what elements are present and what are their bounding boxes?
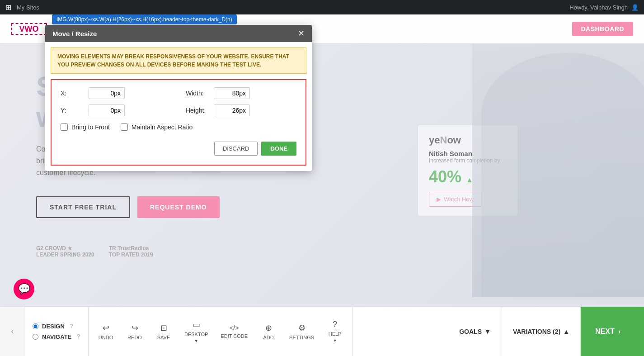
save-icon: ⊡ bbox=[160, 323, 167, 333]
settings-label: SETTINGS bbox=[289, 335, 314, 340]
toolbar-right: GOALS ▼ VARIATIONS (2) ▲ NEXT › bbox=[448, 307, 644, 356]
desktop-dropdown-icon: ▼ bbox=[194, 339, 198, 343]
modal-warning: MOVING ELEMENTS MAY BREAK RESPONSIVENESS… bbox=[51, 47, 306, 74]
settings-icon: ⚙ bbox=[298, 323, 306, 333]
redo-icon: ↪ bbox=[132, 323, 138, 333]
done-button[interactable]: DONE bbox=[261, 142, 296, 156]
help-button[interactable]: ? HELP ▼ bbox=[321, 316, 348, 347]
design-label: DESIGN bbox=[42, 323, 65, 330]
bring-front-label: Bring to Front bbox=[71, 123, 110, 131]
redo-button[interactable]: ↪ REDO bbox=[121, 319, 148, 344]
settings-button[interactable]: ⚙ SETTINGS bbox=[284, 319, 320, 344]
x-input[interactable] bbox=[89, 87, 125, 99]
bottom-toolbar: ‹ DESIGN ? NAVIGATE ? ↩ UNDO ↪ REDO ⊡ SA… bbox=[0, 306, 644, 356]
request-demo-button[interactable]: REQUEST DEMO bbox=[137, 196, 220, 218]
bring-front-checkbox[interactable] bbox=[61, 123, 68, 131]
back-arrow-icon[interactable]: ‹ bbox=[11, 327, 14, 336]
trust-logo-crowd: G2 CROWD ★LEADER SPRING 2020 bbox=[36, 245, 94, 258]
modal-footer: DISCARD DONE bbox=[61, 138, 296, 157]
help-icon: ? bbox=[333, 320, 337, 329]
chat-icon: 💬 bbox=[18, 283, 30, 295]
trust-logo-trustradius: TR TrustRadiusTOP RATED 2019 bbox=[109, 245, 153, 258]
hero-cta-buttons: START FREE TRIAL REQUEST DEMO bbox=[36, 196, 353, 218]
edit-code-button[interactable]: </> EDIT CODE bbox=[215, 321, 253, 342]
x-label: X: bbox=[61, 90, 83, 97]
help-label: HELP bbox=[329, 331, 342, 337]
desktop-label: DESKTOP bbox=[184, 332, 208, 337]
person-silhouette bbox=[481, 53, 644, 297]
width-label: Width: bbox=[186, 90, 208, 97]
y-input[interactable] bbox=[89, 104, 125, 116]
wordpress-icon[interactable]: ⊞ bbox=[5, 3, 11, 12]
discard-button[interactable]: DISCARD bbox=[214, 142, 258, 156]
width-field-row: Width: bbox=[186, 87, 296, 99]
desktop-button[interactable]: ▭ DESKTOP ▼ bbox=[179, 316, 213, 347]
height-input[interactable] bbox=[214, 104, 250, 116]
modal-close-button[interactable]: ✕ bbox=[298, 29, 305, 38]
modal-body: X: Width: Y: Height: bbox=[51, 79, 306, 166]
element-tooltip: IMG.W(80px)--xs.W(a).H(26px)--xs.H(16px)… bbox=[52, 14, 237, 24]
x-field-row: X: bbox=[61, 87, 171, 99]
y-label: Y: bbox=[61, 107, 83, 114]
user-greeting: Howdy, Vaibhav Singh bbox=[569, 4, 628, 11]
maintain-aspect-checkbox-label[interactable]: Maintain Aspect Ratio bbox=[121, 123, 193, 131]
toolbar-mode-options: DESIGN ? NAVIGATE ? bbox=[25, 307, 89, 356]
maintain-aspect-label: Maintain Aspect Ratio bbox=[132, 123, 193, 131]
navigate-label: NAVIGATE bbox=[42, 333, 71, 340]
dashboard-button[interactable]: DASHBOARD bbox=[572, 22, 634, 36]
person-image bbox=[472, 44, 644, 297]
height-label: Height: bbox=[186, 107, 208, 114]
desktop-icon: ▭ bbox=[193, 320, 200, 330]
navigate-help-icon[interactable]: ? bbox=[77, 333, 80, 340]
avatar-icon: 👤 bbox=[631, 4, 639, 11]
toolbar-action-buttons: ↩ UNDO ↪ REDO ⊡ SAVE ▭ DESKTOP ▼ </> EDI… bbox=[89, 307, 353, 356]
design-radio[interactable] bbox=[33, 323, 38, 329]
goals-label: GOALS bbox=[459, 328, 482, 335]
navigate-radio[interactable] bbox=[33, 334, 38, 340]
bring-front-checkbox-label[interactable]: Bring to Front bbox=[61, 123, 110, 131]
undo-label: UNDO bbox=[99, 335, 113, 340]
add-icon: ⊕ bbox=[265, 323, 272, 333]
variations-collapse-icon: ▲ bbox=[563, 328, 569, 335]
modal-header: Move / Resize ✕ bbox=[45, 25, 312, 42]
chat-widget[interactable]: 💬 bbox=[14, 279, 34, 299]
form-grid: X: Width: Y: Height: bbox=[61, 87, 296, 116]
admin-bar: ⊞ My Sites Howdy, Vaibhav Singh 👤 bbox=[0, 0, 644, 14]
goals-button[interactable]: GOALS ▼ bbox=[448, 307, 502, 356]
trust-logos: G2 CROWD ★LEADER SPRING 2020 TR TrustRad… bbox=[36, 245, 353, 258]
goals-dropdown-icon: ▼ bbox=[484, 328, 491, 335]
height-field-row: Height: bbox=[186, 104, 296, 116]
next-arrow-icon: › bbox=[618, 328, 620, 336]
add-label: ADD bbox=[263, 335, 273, 340]
design-radio-label[interactable]: DESIGN ? bbox=[33, 323, 81, 330]
add-button[interactable]: ⊕ ADD bbox=[255, 319, 282, 344]
next-label: NEXT bbox=[595, 328, 615, 336]
variations-label: VARIATIONS (2) bbox=[513, 328, 560, 335]
modal-title: Move / Resize bbox=[52, 30, 97, 38]
checkbox-row: Bring to Front Maintain Aspect Ratio bbox=[61, 123, 296, 131]
edit-code-label: EDIT CODE bbox=[221, 333, 248, 339]
maintain-aspect-checkbox[interactable] bbox=[121, 123, 128, 131]
redo-label: REDO bbox=[127, 335, 142, 340]
my-sites-label[interactable]: My Sites bbox=[17, 4, 39, 11]
hero-testimonial-section: yeNow Nitish Soman Increased form comple… bbox=[418, 44, 644, 306]
y-field-row: Y: bbox=[61, 104, 171, 116]
toolbar-back[interactable]: ‹ bbox=[0, 307, 25, 356]
width-input[interactable] bbox=[214, 87, 250, 99]
variations-button[interactable]: VARIATIONS (2) ▲ bbox=[502, 307, 581, 356]
edit-code-icon: </> bbox=[230, 324, 239, 332]
admin-bar-left: ⊞ My Sites bbox=[5, 3, 39, 12]
save-button[interactable]: ⊡ SAVE bbox=[150, 319, 177, 344]
play-icon: ▶ bbox=[437, 196, 441, 203]
vwo-logo: VWO bbox=[11, 23, 47, 35]
admin-bar-right: Howdy, Vaibhav Singh 👤 bbox=[569, 4, 639, 11]
undo-button[interactable]: ↩ UNDO bbox=[92, 319, 119, 344]
start-trial-button[interactable]: START FREE TRIAL bbox=[36, 196, 130, 218]
undo-icon: ↩ bbox=[103, 323, 109, 333]
design-help-icon[interactable]: ? bbox=[70, 323, 73, 329]
next-button[interactable]: NEXT › bbox=[581, 307, 644, 356]
save-label: SAVE bbox=[157, 335, 170, 340]
navigate-radio-label[interactable]: NAVIGATE ? bbox=[33, 333, 81, 340]
move-resize-modal: Move / Resize ✕ MOVING ELEMENTS MAY BREA… bbox=[45, 25, 312, 171]
help-dropdown-icon: ▼ bbox=[333, 338, 337, 343]
